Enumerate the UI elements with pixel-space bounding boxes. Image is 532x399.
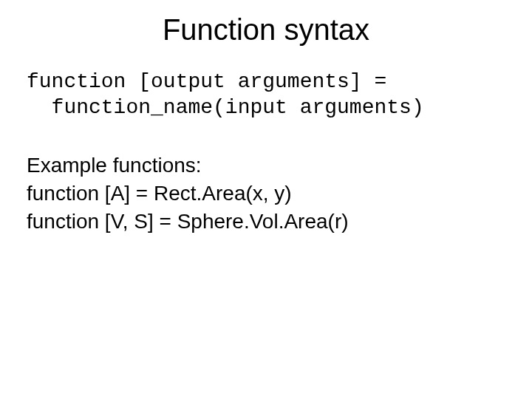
syntax-line-1: function [output arguments] =	[27, 69, 505, 95]
slide-body: function [output arguments] = function_n…	[0, 47, 532, 235]
slide-title: Function syntax	[0, 0, 532, 47]
example-line-1: function [A] = Rect.Area(x, y)	[27, 180, 505, 208]
spacer	[27, 120, 505, 151]
example-line-2: function [V, S] = Sphere.Vol.Area(r)	[27, 208, 505, 236]
syntax-line-2: function_name(input arguments)	[27, 95, 505, 120]
examples-heading: Example functions:	[27, 151, 505, 180]
slide: Function syntax function [output argumen…	[0, 0, 532, 399]
